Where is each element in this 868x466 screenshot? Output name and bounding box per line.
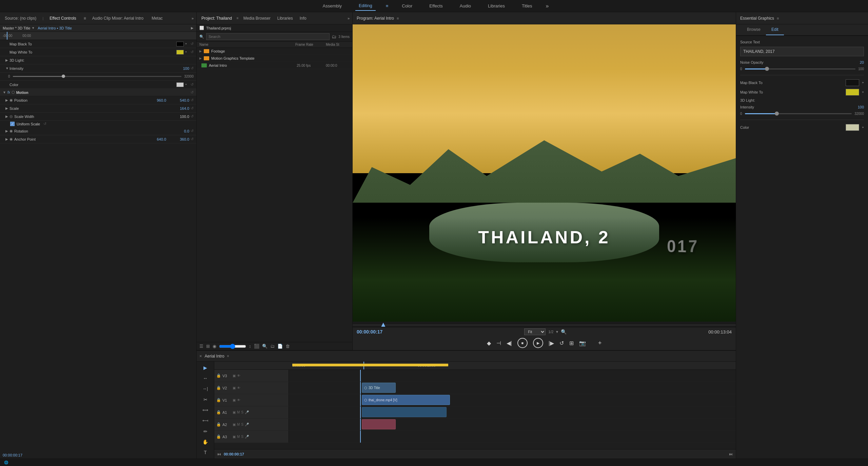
map-white-swatch[interactable] (176, 50, 184, 55)
a2-mic-btn[interactable]: 🎤 (245, 423, 249, 426)
icon-size-slider[interactable] (219, 345, 246, 348)
list-item[interactable]: ▶ Motion Graphics Template (197, 55, 352, 62)
v1-clip-btn[interactable]: ▣ (233, 398, 236, 402)
play-button[interactable]: ▶ (533, 338, 543, 348)
map-black-swatch[interactable] (176, 42, 184, 46)
scale-expand[interactable]: ▶ (5, 106, 9, 110)
col-media-label[interactable]: Media St (326, 43, 350, 46)
forward-frame-button[interactable]: |▶ (549, 340, 554, 346)
source-tab[interactable]: Source: (no clips) (3, 15, 38, 22)
motion-reset[interactable]: ↺ (191, 90, 194, 95)
project-automate[interactable]: ⬛ (254, 344, 259, 349)
3d-title-clip[interactable]: ⬡ 3D Title (362, 383, 396, 393)
source-text-input[interactable] (740, 47, 864, 56)
effect-controls-menu[interactable]: ≡ (84, 16, 86, 21)
color-swatch[interactable] (176, 82, 184, 87)
anchor-x-value[interactable]: 640.0 (146, 137, 166, 141)
position-expand[interactable]: ▶ (5, 98, 9, 102)
a3-lock[interactable]: 🔒 (216, 434, 221, 439)
project-more[interactable]: » (348, 16, 350, 20)
zoom-dropdown[interactable]: ▾ (556, 329, 558, 334)
a1-m-btn[interactable]: M (237, 410, 240, 414)
nav-more-button[interactable]: » (546, 3, 549, 9)
v3-track-body[interactable] (289, 370, 736, 382)
effect-controls-tab[interactable]: Effect Controls (47, 15, 78, 22)
a1-track-body[interactable] (289, 406, 736, 418)
anchor-y-value[interactable]: 360.0 (169, 137, 189, 141)
a3-mic-btn[interactable]: 🎤 (245, 435, 249, 439)
rp-color-swatch[interactable] (846, 124, 859, 131)
list-item[interactable]: ▶ Footage (197, 48, 352, 55)
a3-track-body[interactable] (289, 431, 736, 443)
noise-opacity-value[interactable]: 20 (860, 60, 864, 64)
motion-section-header[interactable]: ▼ fx ⬡ Motion ↺ (0, 89, 196, 96)
rp-map-black-eyedropper[interactable]: ⁍ (862, 80, 864, 85)
marker-button[interactable]: ◆ (487, 340, 491, 346)
v2-eye-btn[interactable]: 👁 (237, 386, 240, 390)
master-arrow[interactable]: ▶ (191, 26, 194, 30)
libraries-tab-proj[interactable]: Libraries (275, 15, 295, 22)
intensity-reset[interactable]: ↺ (191, 66, 194, 70)
rp-intensity-value[interactable]: 100 (858, 105, 864, 109)
map-black-reset[interactable]: ↺ (191, 42, 194, 46)
v3-clip-btn[interactable]: ▣ (233, 374, 236, 378)
a3-s-btn[interactable]: S (241, 435, 243, 439)
project-new-bin-footer[interactable]: 🗂 (270, 344, 275, 349)
scale-width-reset[interactable]: ↺ (191, 114, 194, 119)
work-area-bar[interactable] (292, 364, 448, 366)
audio-clip-a2[interactable] (362, 419, 396, 429)
project-tab[interactable]: Project: Thailand (199, 15, 234, 22)
v3-eye-btn[interactable]: 👁 (237, 374, 240, 378)
track-select-tool[interactable]: ↔ (200, 374, 211, 382)
nav-libraries[interactable]: Libraries (485, 1, 508, 11)
tl-start-btn[interactable]: ⏮ (217, 452, 221, 457)
nav-effects[interactable]: Effects (426, 1, 446, 11)
current-time-display[interactable]: 00:00:00:17 (357, 329, 382, 335)
position-y-value[interactable]: 540.0 (169, 98, 189, 102)
fit-selector[interactable]: Fit 25% 50% 100% (524, 328, 546, 335)
rp-color-eyedropper[interactable]: ⁍ (862, 125, 864, 130)
project-search-input[interactable] (206, 33, 330, 40)
essential-graphics-menu[interactable]: ≡ (777, 16, 779, 20)
rotation-reset[interactable]: ↺ (191, 129, 194, 133)
meta-tab[interactable]: Metac (150, 15, 165, 22)
scale-width-expand[interactable]: ▶ (5, 115, 9, 118)
v3-lock[interactable]: 🔒 (216, 373, 221, 378)
hand-tool[interactable]: ✋ (200, 438, 211, 446)
media-browser-tab[interactable]: Media Browser (241, 15, 273, 22)
project-new-item[interactable]: 📄 (277, 344, 283, 349)
rotation-value[interactable]: 0.0 (169, 129, 189, 133)
a1-clip-btn[interactable]: ▣ (233, 410, 236, 414)
intensity-slider-thumb[interactable] (62, 75, 65, 78)
project-delete[interactable]: 🗑 (285, 344, 290, 349)
type-tool[interactable]: T (200, 449, 211, 457)
position-x-value[interactable]: 960.0 (146, 98, 166, 102)
timeline-close[interactable]: × (199, 353, 202, 359)
map-white-reset[interactable]: ↺ (191, 50, 194, 54)
v2-lock[interactable]: 🔒 (216, 386, 221, 390)
monitor-menu[interactable]: ≡ (397, 16, 399, 20)
nav-editing[interactable]: Editing (355, 1, 376, 11)
color-reset[interactable]: ↺ (191, 82, 194, 87)
project-icon-view[interactable]: ⊞ (206, 344, 210, 349)
edit-tab[interactable]: Edit (766, 24, 784, 35)
rp-map-black-swatch[interactable] (846, 79, 859, 86)
nav-assembly[interactable]: Assembly (319, 1, 345, 11)
project-sort[interactable]: ↕ (249, 344, 251, 349)
map-black-eyedropper[interactable]: ⁍ (185, 42, 187, 46)
v1-track-body[interactable]: ⬡ thai_drone.mp4 [V] (289, 394, 736, 406)
a1-lock[interactable]: 🔒 (216, 410, 221, 414)
v2-clip-btn[interactable]: ▣ (233, 386, 236, 390)
uniform-scale-checkbox[interactable]: ✓ (10, 122, 15, 126)
a2-clip-btn[interactable]: ▣ (233, 423, 236, 426)
tl-end-btn[interactable]: ⏭ (729, 452, 733, 457)
effect-controls-more[interactable]: » (192, 16, 194, 20)
intensity-value[interactable]: 100 (169, 66, 189, 70)
back-frame-button[interactable]: ◀| (507, 340, 512, 346)
clip-breadcrumb[interactable]: Aerial Intro • 3D Title (38, 26, 72, 30)
monitor-scrubber[interactable] (353, 322, 736, 328)
nav-editing-menu-icon[interactable]: ≡ (386, 3, 389, 8)
list-item[interactable]: Aerial Intro 25.00 fps 00:00:0 (197, 62, 352, 69)
a3-m-btn[interactable]: M (237, 435, 240, 439)
project-find[interactable]: 🔍 (262, 344, 268, 349)
